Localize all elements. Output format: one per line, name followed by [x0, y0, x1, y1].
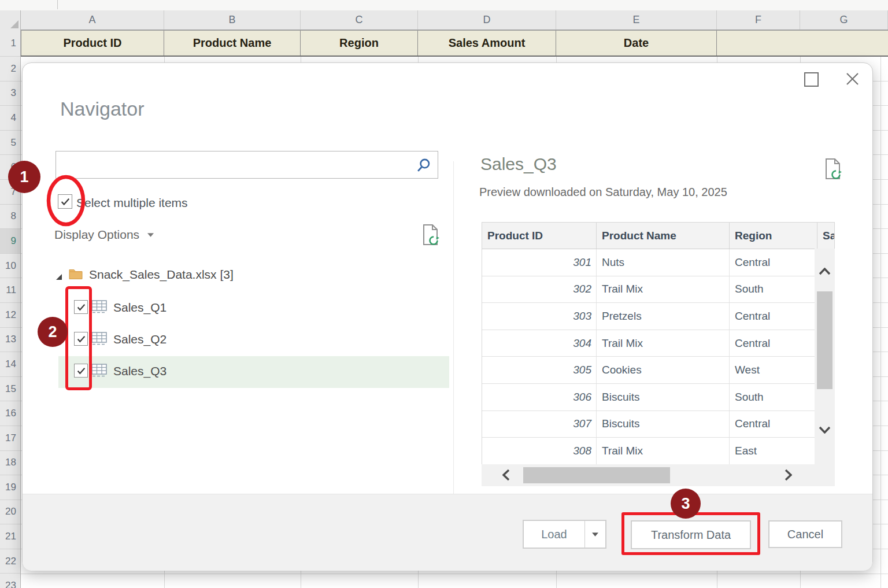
chevron-down-icon	[147, 233, 154, 237]
column-header-f[interactable]: F	[717, 10, 800, 29]
search-box	[56, 151, 438, 179]
search-input[interactable]	[56, 151, 438, 178]
preview-title: Sales_Q3	[480, 154, 557, 174]
row-header[interactable]: 3	[0, 82, 20, 106]
annotation-rect-3	[621, 512, 760, 555]
cell-product-id: 307	[482, 411, 597, 438]
row-header[interactable]: 10	[0, 254, 20, 279]
scroll-right-icon[interactable]	[785, 469, 792, 483]
cell-region: West	[730, 357, 817, 383]
row-header[interactable]: 2	[0, 57, 20, 82]
scroll-up-icon[interactable]	[819, 267, 831, 278]
row-header[interactable]: 4	[0, 106, 20, 131]
worksheet-icon	[91, 364, 107, 380]
preview-col-product-id: Product ID	[482, 223, 597, 249]
annotation-circle-1	[43, 173, 89, 228]
cell-d1[interactable]: Sales Amount	[418, 31, 556, 56]
cell-product-name: Nuts	[597, 249, 730, 276]
worksheet-icon	[91, 300, 107, 316]
row-header[interactable]: 14	[0, 352, 20, 377]
cell-region: South	[730, 384, 817, 411]
folder-icon	[69, 268, 83, 282]
row-header[interactable]: 18	[0, 451, 20, 476]
horizontal-scroll-thumb[interactable]	[523, 467, 670, 483]
cell-region: Central	[730, 330, 817, 357]
row-header[interactable]: 21	[0, 524, 20, 549]
preview-table-row: 306 Biscuits South	[482, 384, 834, 411]
row-header[interactable]: 17	[0, 426, 20, 451]
row-header[interactable]: 16	[0, 401, 20, 426]
row-header[interactable]: 1	[0, 30, 20, 57]
preview-table-row: 304 Trail Mix Central	[482, 330, 834, 357]
scroll-left-icon[interactable]	[502, 469, 510, 483]
tree-expand-icon[interactable]	[56, 272, 62, 283]
cancel-button[interactable]: Cancel	[768, 520, 842, 548]
workbook-label: Snack_Sales_Data.xlsx [3]	[89, 268, 234, 282]
row-header[interactable]: 13	[0, 328, 20, 353]
row-header[interactable]: 9	[0, 229, 20, 254]
preview-table-row: 305 Cookies West	[482, 357, 834, 384]
row-header[interactable]: 22	[0, 549, 20, 574]
preview-table-body: 301 Nuts Central 302 Trail Mix South 303…	[482, 249, 834, 465]
preview-table-row: 302 Trail Mix South	[482, 276, 834, 304]
row-header[interactable]: 23	[0, 574, 20, 588]
column-header-b[interactable]: B	[164, 10, 301, 29]
row-header[interactable]: 20	[0, 500, 20, 525]
tree-item[interactable]: Sales_Q1	[58, 293, 449, 324]
cell-product-name: Trail Mix	[597, 438, 730, 465]
display-options-dropdown[interactable]: Display Options	[54, 228, 154, 242]
cell-region: East	[730, 438, 817, 465]
refresh-preview-icon[interactable]	[421, 224, 439, 249]
column-header-c[interactable]: C	[301, 10, 418, 29]
row-header[interactable]: 11	[0, 278, 20, 303]
cell-product-id: 308	[482, 438, 597, 465]
row-header[interactable]: 5	[0, 131, 20, 156]
tree-item[interactable]: Sales_Q2	[58, 324, 449, 356]
refresh-preview-icon[interactable]	[824, 158, 842, 183]
tree-item-label: Sales_Q2	[113, 324, 166, 354]
select-multiple-label: Select multiple items	[76, 196, 188, 210]
tree-item-label: Sales_Q3	[113, 356, 166, 386]
cell-c1[interactable]: Region	[301, 31, 418, 56]
load-dropdown-button[interactable]	[584, 520, 606, 549]
column-header-d[interactable]: D	[418, 10, 556, 29]
column-header-e[interactable]: E	[556, 10, 717, 29]
preview-table-row: 303 Pretzels Central	[482, 303, 834, 330]
row-header[interactable]: 15	[0, 377, 20, 402]
search-icon[interactable]	[416, 157, 432, 173]
close-icon[interactable]	[843, 70, 861, 88]
column-header-g[interactable]: G	[800, 10, 888, 29]
step-badge-2: 2	[38, 317, 68, 347]
tree-item-list: Sales_Q1 Sales_Q2	[58, 293, 449, 388]
chevron-down-icon	[592, 532, 598, 537]
formula-bar-strip	[0, 0, 888, 10]
cell-b1[interactable]: Product Name	[164, 31, 301, 56]
load-button[interactable]: Load	[523, 520, 586, 549]
vertical-scrollbar[interactable]	[815, 249, 835, 464]
row-header[interactable]: 19	[0, 475, 20, 500]
tree-item-label: Sales_Q1	[113, 293, 166, 323]
vertical-scroll-thumb[interactable]	[817, 291, 832, 389]
preview-table-row: 308 Trail Mix East	[482, 438, 834, 465]
cell-product-name: Trail Mix	[597, 276, 730, 303]
cell-product-name: Pretzels	[597, 303, 730, 330]
display-options-label: Display Options	[54, 228, 139, 242]
cell-product-name: Trail Mix	[597, 330, 730, 357]
step-badge-1: 1	[8, 161, 40, 193]
row-header[interactable]: 8	[0, 205, 20, 230]
select-all-corner[interactable]	[0, 10, 21, 30]
screenshot-root: A B C D E F G 12345678910111213141516171…	[0, 0, 888, 588]
step-badge-3: 3	[671, 489, 701, 519]
scroll-down-icon[interactable]	[819, 426, 831, 436]
cell-product-name: Cookies	[597, 357, 730, 383]
cell-product-id: 301	[482, 249, 597, 276]
cell-product-id: 305	[482, 357, 597, 383]
column-header-a[interactable]: A	[21, 10, 164, 29]
cell-region: Central	[730, 303, 817, 330]
row-header[interactable]: 12	[0, 303, 20, 328]
tree-item[interactable]: Sales_Q3	[58, 356, 449, 388]
horizontal-scrollbar[interactable]	[482, 464, 835, 486]
maximize-icon[interactable]	[804, 72, 819, 87]
cell-e1[interactable]: Date	[556, 31, 717, 56]
cell-a1[interactable]: Product ID	[21, 31, 164, 56]
